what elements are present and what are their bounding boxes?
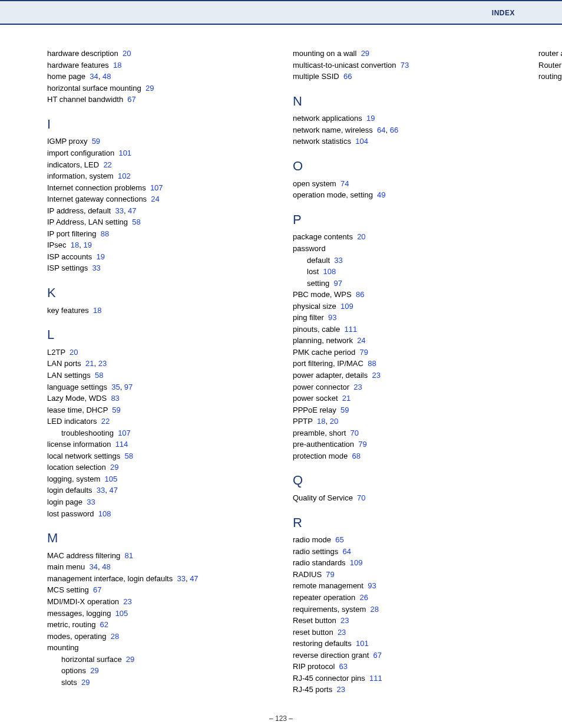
index-page-link[interactable]: 33 [87, 498, 95, 506]
index-page-link[interactable]: 79 [359, 348, 368, 357]
index-page-link[interactable]: 18 [71, 241, 79, 249]
index-page-link[interactable]: 67 [93, 585, 101, 594]
index-page-link[interactable]: 101 [356, 639, 369, 648]
index-page-link[interactable]: 24 [151, 195, 159, 203]
index-page-link[interactable]: 79 [358, 440, 366, 449]
index-page-link[interactable]: 20 [330, 417, 338, 426]
index-page-link[interactable]: 48 [103, 72, 111, 81]
index-page-link[interactable]: 26 [359, 593, 368, 602]
index-page-link[interactable]: 59 [340, 406, 349, 414]
index-page-link[interactable]: 109 [350, 558, 363, 567]
index-page-link[interactable]: 22 [101, 417, 110, 426]
index-page-link[interactable]: 28 [371, 605, 379, 614]
index-page-link[interactable]: 33 [177, 574, 185, 583]
index-page-link[interactable]: 74 [340, 179, 349, 188]
index-page-link[interactable]: 19 [97, 252, 105, 261]
index-page-link[interactable]: 64 [377, 126, 385, 134]
index-page-link[interactable]: 88 [101, 229, 109, 238]
index-page-link[interactable]: 64 [343, 547, 351, 556]
index-page-link[interactable]: 23 [372, 371, 380, 380]
index-page-link[interactable]: 23 [338, 628, 346, 637]
index-page-link[interactable]: 88 [368, 359, 376, 368]
index-page-link[interactable]: 83 [111, 394, 119, 403]
index-page-link[interactable]: 48 [102, 562, 110, 571]
index-page-link[interactable]: 105 [115, 609, 128, 618]
index-page-link[interactable]: 47 [190, 574, 198, 583]
index-page-link[interactable]: 20 [357, 232, 365, 241]
index-page-link[interactable]: 18 [113, 61, 121, 70]
index-page-link[interactable]: 49 [377, 190, 385, 199]
index-term: multicast-to-unicast convertion [293, 61, 396, 70]
index-page-link[interactable]: 93 [328, 313, 336, 322]
index-page-link[interactable]: 20 [123, 49, 131, 58]
index-page-link[interactable]: 79 [326, 570, 334, 579]
index-page-link[interactable]: 70 [351, 429, 359, 437]
index-page-link[interactable]: 66 [390, 126, 398, 134]
index-page-link[interactable]: 19 [366, 114, 375, 123]
index-page-link[interactable]: 29 [110, 463, 118, 472]
index-page-link[interactable]: 24 [357, 336, 365, 345]
index-page-link[interactable]: 107 [150, 183, 163, 192]
index-page-link[interactable]: 108 [98, 509, 111, 518]
index-page-link[interactable]: 107 [118, 429, 131, 437]
index-page-link[interactable]: 58 [132, 218, 140, 226]
index-page-link[interactable]: 114 [115, 440, 128, 449]
index-page-link[interactable]: 29 [90, 666, 98, 675]
index-page-link[interactable]: 23 [98, 359, 107, 368]
index-page-link[interactable]: 18 [93, 306, 101, 315]
index-page-link[interactable]: 109 [340, 302, 353, 311]
index-page-link[interactable]: 66 [343, 72, 352, 81]
index-entry: network name, wireless 64, 66 [293, 125, 515, 136]
index-page-link[interactable]: 21 [85, 359, 94, 368]
index-page-link[interactable]: 86 [356, 290, 364, 299]
index-page-link[interactable]: 33 [92, 263, 100, 272]
index-page-link[interactable]: 29 [81, 678, 90, 687]
index-page-link[interactable]: 47 [128, 206, 136, 215]
index-term: Internet gateway connections [47, 195, 147, 203]
index-page-link[interactable]: 67 [127, 95, 135, 104]
index-page-link[interactable]: 33 [334, 256, 342, 265]
index-page-link[interactable]: 21 [342, 394, 351, 403]
index-page-link[interactable]: 28 [111, 632, 119, 641]
index-page-link[interactable]: 102 [118, 172, 131, 180]
index-page-link[interactable]: 108 [323, 267, 336, 276]
index-page-link[interactable]: 23 [340, 616, 349, 625]
index-page-link[interactable]: 93 [368, 581, 376, 590]
index-page-link[interactable]: 18 [317, 417, 325, 426]
index-page-link[interactable]: 20 [70, 348, 78, 357]
index-page-link[interactable]: 59 [112, 406, 120, 414]
index-page-link[interactable]: 19 [83, 241, 91, 249]
index-page-link[interactable]: 68 [352, 452, 360, 460]
index-page-link[interactable]: 63 [339, 662, 348, 671]
index-page-link[interactable]: 34 [90, 562, 98, 571]
index-page-link[interactable]: 111 [369, 674, 382, 683]
index-page-link[interactable]: 29 [361, 49, 369, 58]
index-page-link[interactable]: 29 [126, 655, 134, 664]
index-page-link[interactable]: 101 [118, 149, 131, 157]
index-page-link[interactable]: 81 [125, 551, 133, 560]
index-page-link[interactable]: 65 [335, 535, 343, 544]
index-page-link[interactable]: 111 [344, 325, 357, 334]
index-page-link[interactable]: 23 [353, 383, 362, 391]
index-page-link[interactable]: 70 [357, 493, 365, 502]
index-page-link[interactable]: 34 [90, 72, 98, 81]
index-page-link[interactable]: 67 [373, 651, 382, 660]
index-page-link[interactable]: 33 [97, 486, 105, 495]
index-entry: main menu 34, 48 [47, 562, 269, 572]
index-page-link[interactable]: 29 [146, 84, 154, 93]
index-page-link[interactable]: 104 [355, 137, 368, 146]
index-page-link[interactable]: 105 [105, 475, 118, 483]
index-page-link[interactable]: 97 [124, 383, 133, 391]
index-page-link[interactable]: 23 [336, 685, 345, 694]
index-page-link[interactable]: 58 [95, 371, 103, 380]
index-page-link[interactable]: 58 [125, 452, 133, 460]
index-page-link[interactable]: 35 [111, 383, 120, 391]
index-page-link[interactable]: 73 [401, 61, 409, 70]
index-page-link[interactable]: 62 [100, 620, 108, 629]
index-page-link[interactable]: 33 [115, 206, 123, 215]
index-page-link[interactable]: 97 [334, 279, 342, 288]
index-page-link[interactable]: 47 [110, 486, 118, 495]
index-page-link[interactable]: 23 [123, 597, 131, 606]
index-page-link[interactable]: 59 [92, 137, 100, 146]
index-page-link[interactable]: 22 [103, 160, 111, 169]
